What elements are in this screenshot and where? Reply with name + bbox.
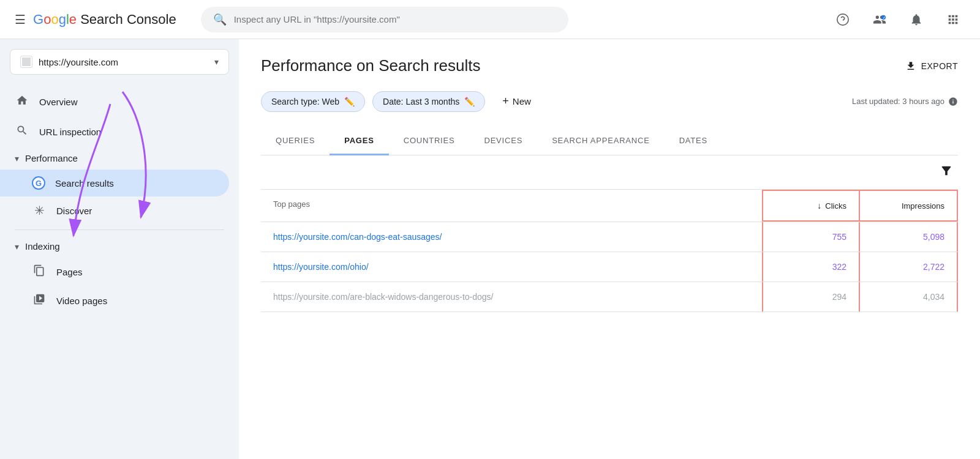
cell-impressions: 4,034: [860, 282, 958, 312]
tab-countries[interactable]: COUNTRIES: [389, 127, 470, 155]
plus-icon: +: [502, 95, 509, 108]
page-title: Performance on Search results: [261, 56, 480, 75]
col-clicks-label: Clicks: [825, 201, 846, 211]
table-header: Top pages ↓ Clicks Impressions: [261, 190, 958, 222]
search-type-filter[interactable]: Search type: Web ✏️: [261, 91, 365, 112]
google-logo: Google: [33, 12, 80, 27]
data-table: Top pages ↓ Clicks Impressions https://y…: [261, 190, 958, 312]
cell-clicks: 322: [762, 252, 860, 282]
hamburger-icon[interactable]: ☰: [15, 12, 26, 27]
last-updated: Last updated: 3 hours ago: [852, 97, 958, 106]
sidebar-item-discover[interactable]: ✳ Discover: [0, 196, 229, 225]
search-results-g-icon: G: [32, 176, 45, 190]
sidebar-item-url-inspection[interactable]: URL inspection: [0, 117, 229, 147]
tab-dates[interactable]: DATES: [665, 127, 722, 155]
url-inspection-label: URL inspection: [39, 127, 101, 137]
indexing-section-header[interactable]: ▾ Indexing: [0, 235, 239, 258]
discover-label: Discover: [56, 206, 92, 216]
video-pages-label: Video pages: [56, 296, 107, 306]
table-row: https://yoursite.com/are-black-widows-da…: [261, 282, 958, 312]
home-icon: [15, 94, 29, 110]
last-updated-text: Last updated: 3 hours ago: [852, 97, 944, 106]
indexing-expand-icon: ▾: [15, 242, 19, 252]
cell-clicks: 294: [762, 282, 860, 312]
svg-point-0: [837, 13, 848, 24]
search-type-label: Search type: Web: [271, 97, 339, 106]
table-row: https://yoursite.com/can-dogs-eat-sausag…: [261, 222, 958, 252]
sidebar-item-pages[interactable]: Pages: [0, 258, 229, 286]
new-filter-button[interactable]: + New: [492, 90, 541, 113]
col-header-impressions: Impressions: [860, 190, 958, 222]
url-search-input[interactable]: [234, 14, 556, 24]
site-selector[interactable]: https://yoursite.com ▾: [10, 49, 229, 75]
date-filter[interactable]: Date: Last 3 months ✏️: [372, 91, 485, 112]
date-label: Date: Last 3 months: [383, 97, 459, 106]
filter-bar: Search type: Web ✏️ Date: Last 3 months …: [261, 90, 958, 115]
sidebar-item-overview[interactable]: Overview: [0, 87, 229, 117]
new-filter-label: New: [513, 96, 531, 106]
info-icon: [948, 97, 958, 106]
nav-divider: [15, 230, 224, 230]
site-favicon: [20, 56, 32, 68]
search-bar-icon: 🔍: [213, 13, 227, 26]
help-icon[interactable]: [831, 7, 855, 32]
sidebar-item-video-pages[interactable]: Video pages: [0, 286, 229, 315]
main-layout: https://yoursite.com ▾ Overview URL insp…: [0, 39, 980, 459]
content-header: Performance on Search results EXPORT: [261, 56, 958, 75]
pages-label: Pages: [56, 267, 83, 277]
cell-url[interactable]: https://yoursite.com/can-dogs-eat-sausag…: [261, 222, 762, 252]
tab-pages[interactable]: PAGES: [330, 127, 389, 155]
video-pages-icon: [32, 293, 47, 308]
header-icons: ✓: [831, 7, 965, 32]
logo-area: ☰ Google Search Console: [15, 12, 176, 28]
main-content: Performance on Search results EXPORT Sea…: [239, 39, 980, 459]
app-title: Google Search Console: [33, 12, 176, 28]
edit-search-type-icon: ✏️: [344, 97, 355, 106]
notifications-icon[interactable]: [904, 7, 929, 32]
cell-url[interactable]: https://yoursite.com/are-black-widows-da…: [261, 282, 762, 312]
table-filter-button[interactable]: [935, 162, 958, 183]
performance-section-label: Performance: [25, 153, 78, 163]
discover-icon: ✳: [32, 203, 47, 218]
svg-rect-4: [22, 58, 31, 66]
sidebar-item-search-results[interactable]: G Search results: [0, 170, 229, 196]
annotation-arrows: [239, 55, 257, 312]
cell-impressions: 2,722: [860, 252, 958, 282]
table-filter-row: [261, 155, 958, 190]
cell-clicks: 755: [762, 222, 860, 252]
col-header-pages: Top pages: [261, 190, 762, 222]
col-header-clicks: ↓ Clicks: [762, 190, 860, 222]
table-row: https://yoursite.com/ohio/ 322 2,722: [261, 252, 958, 282]
export-label: EXPORT: [921, 61, 958, 71]
manage-accounts-icon[interactable]: ✓: [867, 7, 892, 32]
site-url-label: https://yoursite.com: [39, 57, 208, 67]
url-search-bar[interactable]: 🔍: [201, 7, 568, 32]
sidebar: https://yoursite.com ▾ Overview URL insp…: [0, 39, 239, 459]
tab-queries[interactable]: QUERIES: [261, 127, 330, 155]
site-dropdown-icon: ▾: [214, 57, 219, 67]
search-results-label: Search results: [55, 178, 114, 188]
edit-date-icon: ✏️: [464, 97, 475, 106]
overview-label: Overview: [39, 97, 78, 107]
cell-impressions: 5,098: [860, 222, 958, 252]
apps-icon[interactable]: [941, 7, 965, 32]
cell-url[interactable]: https://yoursite.com/ohio/: [261, 252, 762, 282]
tab-devices[interactable]: DEVICES: [469, 127, 537, 155]
tabs: QUERIES PAGES COUNTRIES DEVICES SEARCH A…: [261, 127, 958, 155]
url-inspection-icon: [15, 124, 29, 140]
sort-down-icon: ↓: [817, 201, 821, 211]
pages-icon: [32, 264, 47, 280]
indexing-section-label: Indexing: [25, 241, 60, 252]
svg-text:✓: ✓: [883, 16, 886, 20]
tab-search-appearance[interactable]: SEARCH APPEARANCE: [537, 127, 665, 155]
header: ☰ Google Search Console 🔍 ✓: [0, 0, 980, 39]
export-button[interactable]: EXPORT: [905, 61, 958, 72]
performance-section-header[interactable]: ▾ Performance: [0, 147, 239, 170]
performance-expand-icon: ▾: [15, 154, 19, 163]
